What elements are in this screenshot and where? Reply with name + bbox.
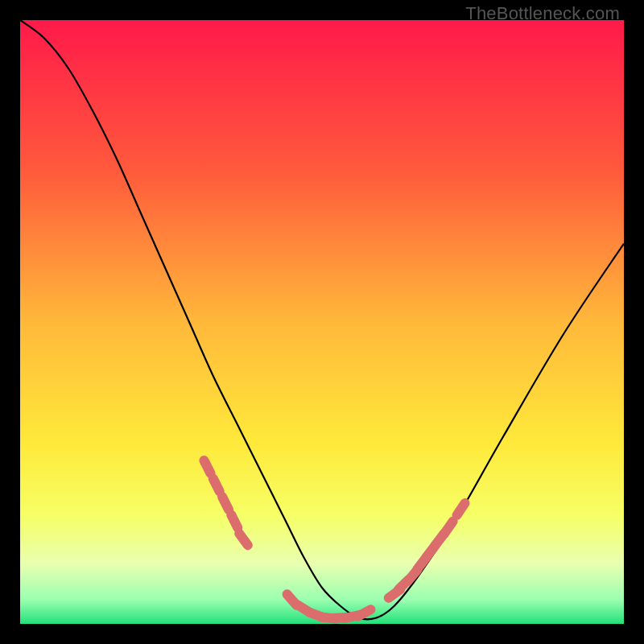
marker-point <box>222 497 229 510</box>
marker-point <box>444 522 452 534</box>
gradient-background <box>20 20 624 624</box>
marker-point <box>213 478 220 491</box>
chart-root: TheBottleneck.com <box>0 0 644 644</box>
chart-svg <box>20 20 624 624</box>
marker-point <box>204 460 210 473</box>
marker-point <box>358 609 371 617</box>
plot-area <box>20 20 624 624</box>
marker-point <box>457 503 465 515</box>
marker-point <box>231 514 237 527</box>
